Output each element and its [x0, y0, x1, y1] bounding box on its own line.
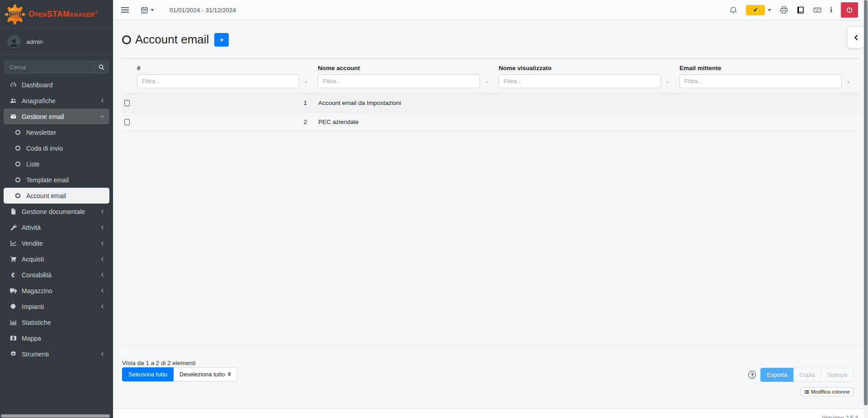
page-title: Account email	[135, 33, 209, 47]
file-icon	[8, 208, 18, 215]
sidebar-horizontal-scrollbar[interactable]	[1, 414, 110, 418]
table-row[interactable]: 2 PEC aziendale	[122, 113, 859, 132]
row-checkbox[interactable]	[124, 100, 130, 106]
selection-buttons: Seleziona tutto Deseleziona tutto 0	[122, 367, 237, 381]
sidebar-item-label: Vendite	[22, 240, 43, 247]
sidebar-item-statistiche[interactable]: Statistiche	[4, 314, 109, 330]
sidebar-item-attivita[interactable]: Attività	[4, 219, 109, 235]
shortcuts-button[interactable]	[813, 6, 821, 14]
right-panel-toggle-button[interactable]	[848, 27, 864, 48]
calendar-dropdown[interactable]	[141, 6, 154, 14]
search-button[interactable]	[94, 61, 108, 73]
circle-icon	[13, 177, 23, 182]
user-panel[interactable]: admin	[0, 29, 113, 55]
sidebar-item-gestione-email[interactable]: Gestione email	[4, 109, 109, 124]
circle-icon	[13, 193, 23, 198]
print-button[interactable]	[780, 6, 788, 14]
tasks-status-button[interactable]: ✔	[746, 5, 765, 15]
osm-gear-logo-icon: OSM	[5, 4, 25, 25]
sidebar-item-liste[interactable]: Liste	[4, 156, 109, 172]
search-input[interactable]	[5, 61, 94, 73]
sidebar-item-coda-di-invio[interactable]: Coda di invio	[4, 140, 109, 156]
table-bottom-divider	[122, 132, 859, 346]
sidebar-item-label: Template email	[26, 176, 69, 184]
topbar: 01/01/2024 - 31/12/2024 ✔ i	[113, 0, 868, 20]
circle-icon	[13, 146, 23, 151]
sidebar-item-gestione-documentale[interactable]: Gestione documentale	[4, 204, 109, 219]
filter-input-id[interactable]	[137, 74, 299, 88]
sidebar-item-label: Magazzino	[22, 287, 52, 294]
deselect-all-button[interactable]: Deseleziona tutto 0	[174, 367, 237, 381]
row-checkbox[interactable]	[124, 119, 130, 125]
check-icon: ✔	[753, 7, 758, 13]
filter-input-nome-account[interactable]	[318, 74, 480, 88]
map-icon	[8, 335, 18, 342]
chevron-left-icon	[100, 209, 105, 214]
sidebar-item-mappa[interactable]: Mappa	[4, 330, 109, 346]
print-table-button[interactable]: Stampa	[821, 368, 854, 382]
sidebar-item-label: Contabilità	[22, 271, 52, 279]
sidebar-item-contabilita[interactable]: € Contabilità	[4, 267, 109, 283]
sidebar-item-magazzino[interactable]: Magazzino	[4, 283, 109, 299]
info-icon: i	[830, 5, 832, 14]
chevron-down-icon	[100, 114, 105, 119]
sidebar-item-anagrafiche[interactable]: Anagrafiche	[4, 93, 109, 109]
keyboard-icon	[813, 6, 821, 14]
column-header-email-mittente: Email mittente ▲	[678, 64, 859, 88]
sort-asc-icon[interactable]: ▲	[485, 80, 489, 84]
sidebar-item-template-email[interactable]: Template email	[4, 172, 109, 188]
truck-icon	[8, 287, 18, 294]
sidebar-item-strumenti[interactable]: Strumenti	[4, 346, 109, 362]
table-row[interactable]: 1 Account email da Impostazioni	[122, 94, 859, 113]
filter-input-email-mittente[interactable]	[679, 74, 842, 88]
avatar	[7, 35, 21, 48]
sidebar-item-label: Dashboard	[22, 81, 53, 89]
cart-icon	[8, 256, 18, 262]
sort-asc-icon[interactable]: ▲	[304, 80, 308, 84]
logo[interactable]: OSM OpenSTAManager®	[0, 0, 113, 29]
vertical-scrollbar[interactable]	[863, 0, 868, 418]
add-record-button[interactable]: +	[214, 33, 229, 47]
sidebar-item-impianti[interactable]: Impianti	[4, 299, 109, 314]
user-name: admin	[26, 38, 43, 45]
record-circle-icon	[122, 35, 131, 44]
sidebar-item-account-email[interactable]: Account email	[4, 188, 109, 204]
sort-asc-icon[interactable]: ▲	[846, 80, 850, 84]
select-all-button[interactable]: Seleziona tutto	[122, 367, 174, 381]
logout-button[interactable]	[841, 2, 858, 18]
modify-columns-button[interactable]: Modifica colonne	[801, 387, 854, 396]
power-icon	[846, 6, 853, 14]
docs-button[interactable]	[797, 6, 805, 14]
chevron-left-icon	[100, 241, 105, 246]
main-content: Account email + # ▲ Nome account ▲ Nome …	[113, 20, 868, 418]
column-header-id: # ▲	[136, 64, 316, 88]
sidebar-item-label: Gestione documentale	[22, 208, 85, 215]
sidebar-item-label: Acquisti	[22, 256, 44, 263]
envelope-icon	[8, 113, 18, 120]
sort-asc-icon[interactable]: ▲	[665, 80, 670, 84]
sidebar-item-vendite[interactable]: Vendite	[4, 235, 109, 251]
circle-icon	[13, 162, 23, 166]
page-header: Account email +	[122, 33, 859, 47]
footer: OpenSTAManager Versione 2.5.3	[0, 408, 868, 418]
sidebar-item-label: Statistiche	[22, 319, 51, 326]
copy-button[interactable]: Copia	[793, 368, 821, 382]
export-button[interactable]: Esporta	[760, 368, 793, 382]
column-header-nome-visualizzato: Nome visualizzato ▲	[497, 64, 678, 88]
sidebar-item-label: Impianti	[22, 303, 44, 310]
info-button[interactable]: i	[830, 5, 832, 14]
plus-icon: +	[220, 36, 224, 43]
sidebar-item-label: Gestione email	[22, 113, 64, 120]
notifications-button[interactable]	[729, 6, 737, 14]
sidebar-item-newsletter[interactable]: Newsletter	[4, 124, 109, 140]
sidebar-item-dashboard[interactable]: Dashboard	[4, 77, 109, 93]
chevron-left-icon	[100, 352, 105, 356]
filter-input-nome-visualizzato[interactable]	[499, 74, 661, 88]
calendar-icon	[141, 6, 148, 14]
sidebar-item-acquisti[interactable]: Acquisti	[4, 251, 109, 267]
date-range[interactable]: 01/01/2024 - 31/12/2024	[170, 7, 236, 14]
vertical-scrollbar-thumb[interactable]	[864, 0, 868, 405]
help-icon[interactable]: ?	[748, 371, 756, 379]
hamburger-menu-icon[interactable]	[121, 7, 129, 13]
list-icon	[804, 390, 809, 394]
